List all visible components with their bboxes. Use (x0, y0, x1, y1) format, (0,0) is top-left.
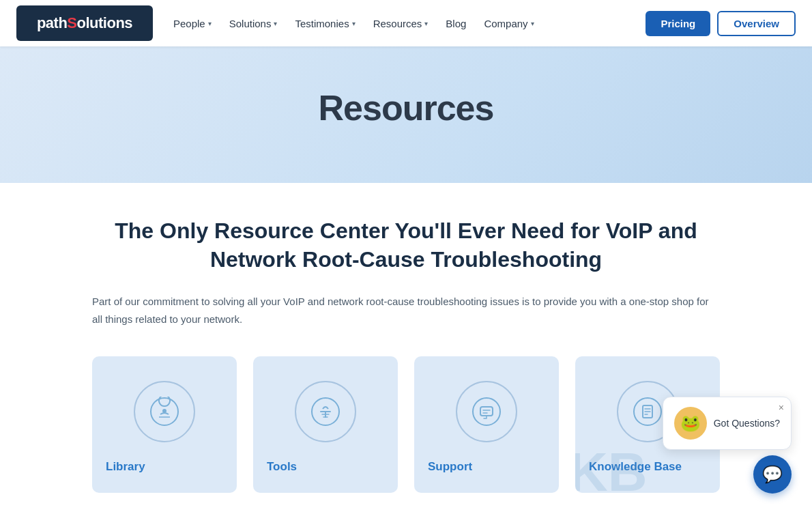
main-content: The Only Resource Center You'll Ever Nee… (65, 183, 747, 514)
nav-links: People▾Solutions▾Testimonies▾Resources▾B… (166, 14, 646, 33)
nav-item-label: Company (484, 18, 527, 29)
navigation: pathSolutions People▾Solutions▾Testimoni… (0, 0, 812, 46)
nav-item-label: Testimonies (295, 18, 349, 29)
nav-cta: Pricing Overview (646, 11, 796, 36)
logo[interactable]: pathSolutions (16, 5, 153, 41)
svg-point-3 (473, 398, 500, 425)
card-label-library: Library (106, 460, 145, 474)
chat-mascot: 🐸 (674, 407, 707, 440)
section-heading: The Only Resource Center You'll Ever Nee… (92, 217, 720, 274)
svg-rect-4 (480, 407, 493, 416)
chevron-down-icon: ▾ (208, 20, 212, 27)
nav-item-label: Solutions (229, 18, 272, 29)
library-icon (134, 381, 195, 442)
hero-banner: Resources (0, 46, 812, 183)
chevron-down-icon: ▾ (424, 20, 428, 27)
card-label-tools: Tools (267, 460, 297, 474)
nav-item-company[interactable]: Company▾ (477, 14, 540, 33)
section-description: Part of our commitment to solving all yo… (92, 293, 720, 328)
tools-icon (295, 381, 356, 442)
card-tools[interactable]: Tools (253, 356, 398, 493)
chat-open-button[interactable]: 💬 (753, 455, 792, 494)
nav-item-resources[interactable]: Resources▾ (366, 14, 435, 33)
card-library[interactable]: Library (92, 356, 237, 493)
support-icon (456, 381, 517, 442)
chevron-down-icon: ▾ (531, 20, 534, 27)
card-label-support: Support (428, 460, 472, 474)
svg-point-1 (162, 409, 166, 413)
chevron-down-icon: ▾ (274, 20, 277, 27)
nav-item-label: Resources (373, 18, 422, 29)
hero-title: Resources (27, 87, 785, 128)
chat-widget: 🐸 Got Questions? × 💬 (663, 397, 792, 494)
overview-button[interactable]: Overview (717, 11, 796, 36)
chat-close-button[interactable]: × (779, 403, 784, 412)
nav-item-solutions[interactable]: Solutions▾ (222, 14, 285, 33)
chevron-down-icon: ▾ (352, 20, 356, 27)
nav-item-label: People (173, 18, 205, 29)
cards-row: Library Tools Support Knowledge BaseKB (92, 356, 720, 493)
nav-item-people[interactable]: People▾ (166, 14, 218, 33)
nav-item-testimonies[interactable]: Testimonies▾ (288, 14, 362, 33)
card-support[interactable]: Support (414, 356, 559, 493)
logo-text: pathSolutions (37, 14, 132, 32)
chat-bubble-text: Got Questions? (714, 418, 780, 429)
pricing-button[interactable]: Pricing (646, 11, 710, 36)
chat-bubble: 🐸 Got Questions? × (663, 397, 792, 450)
nav-item-blog[interactable]: Blog (439, 14, 473, 33)
nav-item-label: Blog (446, 18, 466, 29)
